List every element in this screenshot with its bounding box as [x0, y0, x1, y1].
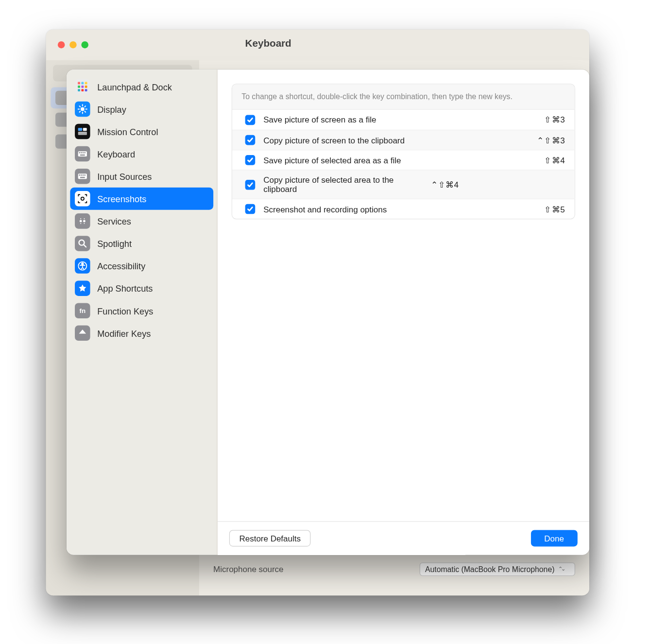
sidebar-item-label: Function Keys: [97, 306, 153, 316]
svg-rect-32: [80, 177, 85, 178]
svg-rect-23: [81, 152, 82, 153]
shortcut-checkbox[interactable]: [245, 115, 256, 125]
shortcut-row[interactable]: Copy picture of selected area to the cli…: [232, 170, 575, 199]
sidebar-item-accessibility[interactable]: Accessibility: [70, 255, 213, 277]
svg-rect-29: [81, 174, 82, 175]
svg-rect-6: [78, 89, 80, 91]
svg-point-39: [82, 263, 84, 265]
svg-rect-19: [83, 128, 87, 131]
svg-rect-5: [85, 86, 87, 88]
shortcut-label: Copy picture of selected area to the cli…: [263, 175, 423, 194]
sidebar-item-label: Mission Control: [97, 126, 158, 137]
shortcuts-sheet: Launchpad & Dock Display Mission Control…: [67, 70, 589, 555]
svg-rect-24: [83, 152, 84, 153]
sidebar-item-label: Keyboard: [97, 149, 135, 159]
shortcut-row[interactable]: Screenshot and recording options ⇧⌘5: [232, 199, 575, 219]
input-sources-icon: [75, 169, 90, 184]
sidebar-item-label: Modifier Keys: [97, 328, 151, 338]
svg-line-16: [80, 111, 81, 112]
svg-rect-28: [79, 174, 80, 175]
sidebar-item-label: Spotlight: [97, 239, 132, 249]
shortcut-row[interactable]: Copy picture of screen to the clipboard …: [232, 130, 575, 150]
sheet-main: To change a shortcut, double-click the k…: [218, 70, 589, 555]
sidebar-item-label: Display: [97, 104, 126, 114]
shortcuts-panel: To change a shortcut, double-click the k…: [232, 84, 575, 219]
services-icon: [75, 213, 90, 229]
sidebar-item-label: Accessibility: [97, 261, 145, 271]
keyboard-icon: [75, 146, 90, 162]
mission-control-icon: [75, 124, 90, 139]
category-sidebar: Launchpad & Dock Display Mission Control…: [67, 70, 218, 555]
display-icon: [75, 102, 90, 117]
shortcut-keys[interactable]: ⌃⇧⌘3: [537, 136, 565, 145]
sidebar-item-modifier-keys[interactable]: Modifier Keys: [70, 322, 213, 344]
shortcut-keys[interactable]: ⌃⇧⌘4: [431, 180, 459, 189]
sidebar-item-launchpad[interactable]: Launchpad & Dock: [70, 75, 213, 98]
sidebar-item-display[interactable]: Display: [70, 98, 213, 120]
shortcut-keys[interactable]: ⇧⌘4: [544, 156, 565, 165]
svg-rect-3: [78, 86, 80, 88]
function-keys-icon: fn: [75, 303, 90, 318]
svg-rect-8: [85, 89, 87, 91]
svg-rect-26: [80, 155, 85, 156]
svg-line-15: [85, 111, 86, 112]
launchpad-icon: [75, 79, 90, 95]
svg-rect-30: [83, 174, 84, 175]
shortcut-keys[interactable]: ⇧⌘5: [544, 205, 565, 214]
spotlight-icon: [75, 236, 90, 251]
svg-rect-7: [81, 89, 84, 91]
sidebar-item-label: Screenshots: [97, 193, 146, 204]
shortcut-checkbox[interactable]: [245, 180, 256, 190]
shortcut-label: Save picture of screen as a file: [263, 115, 536, 124]
svg-rect-1: [81, 82, 84, 85]
svg-line-37: [84, 244, 86, 247]
panel-hint: To change a shortcut, double-click the k…: [232, 84, 575, 109]
shortcut-row[interactable]: Save picture of selected area as a file …: [232, 150, 575, 170]
svg-rect-25: [84, 152, 85, 153]
app-shortcuts-icon: [75, 280, 90, 296]
sidebar-item-mission-control[interactable]: Mission Control: [70, 120, 213, 142]
sidebar-item-label: Launchpad & Dock: [97, 82, 172, 92]
accessibility-icon: [75, 258, 90, 274]
sidebar-item-keyboard[interactable]: Keyboard: [70, 143, 213, 165]
screenshots-icon: [75, 191, 90, 207]
sidebar-item-input-sources[interactable]: Input Sources: [70, 165, 213, 188]
shortcut-checkbox[interactable]: [245, 155, 256, 165]
svg-rect-2: [85, 82, 87, 85]
svg-rect-21: [78, 151, 87, 157]
svg-line-14: [80, 106, 81, 107]
sidebar-item-function-keys[interactable]: fn Function Keys: [70, 299, 213, 322]
svg-line-17: [85, 106, 86, 107]
shortcut-keys[interactable]: ⇧⌘3: [544, 115, 565, 124]
restore-defaults-button[interactable]: Restore Defaults: [229, 530, 311, 546]
modifier-keys-icon: [75, 326, 90, 341]
shortcut-label: Copy picture of screen to the clipboard: [263, 136, 529, 145]
sidebar-item-screenshots[interactable]: Screenshots: [70, 188, 213, 210]
svg-rect-4: [81, 86, 84, 88]
svg-rect-31: [84, 174, 85, 175]
shortcut-label: Screenshot and recording options: [263, 205, 536, 214]
sidebar-item-spotlight[interactable]: Spotlight: [70, 232, 213, 255]
svg-rect-27: [78, 174, 87, 179]
svg-point-35: [83, 220, 86, 222]
svg-rect-0: [78, 82, 80, 85]
shortcut-row[interactable]: Save picture of screen as a file ⇧⌘3: [232, 110, 575, 130]
svg-rect-20: [78, 132, 87, 135]
done-button[interactable]: Done: [531, 530, 577, 546]
svg-rect-22: [79, 152, 80, 153]
shortcut-checkbox[interactable]: [245, 204, 256, 214]
sheet-footer: Restore Defaults Done: [218, 521, 589, 555]
sidebar-item-services[interactable]: Services: [70, 210, 213, 232]
svg-rect-18: [78, 128, 82, 131]
svg-point-9: [81, 107, 85, 111]
sidebar-item-label: Input Sources: [97, 171, 152, 181]
svg-point-33: [81, 197, 84, 200]
sidebar-item-label: App Shortcuts: [97, 283, 153, 294]
svg-point-34: [80, 220, 82, 222]
sidebar-item-app-shortcuts[interactable]: App Shortcuts: [70, 277, 213, 299]
shortcut-checkbox[interactable]: [245, 135, 256, 145]
sidebar-item-label: Services: [97, 216, 131, 226]
shortcut-label: Save picture of selected area as a file: [263, 156, 536, 165]
